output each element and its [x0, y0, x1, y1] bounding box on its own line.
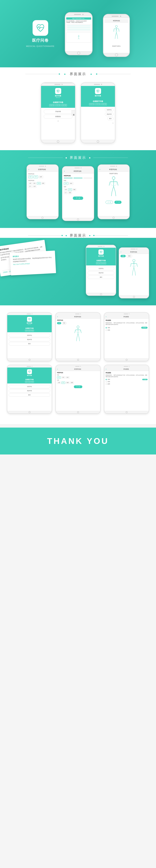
gp5-st1[interactable]: 头痛 — [57, 381, 61, 384]
tag-dept-3[interactable]: 妇科 — [39, 176, 43, 178]
gp5-st3[interactable]: 咳嗽 — [66, 381, 70, 384]
tag-inner: 内科问卷 — [49, 104, 55, 106]
screen-a-banner: 在线医疗问卷 内科问卷 外科问卷 妇科问卷 — [41, 100, 75, 108]
ts2-tab-front[interactable]: 正面 — [120, 255, 126, 257]
ts1-mi1[interactable]: 症状评估 — [87, 267, 114, 270]
ts2-tab-back[interactable]: 背面 — [126, 255, 132, 257]
tp1-back[interactable]: ✕ — [28, 169, 30, 170]
tp3-back[interactable]: ✕ — [99, 169, 101, 170]
gp5-cam — [80, 366, 81, 367]
screen2-instruction: 请选择不适部位 — [104, 43, 128, 48]
tp2-tag-1[interactable]: 内科 — [64, 182, 68, 185]
phone-screen-2: 科室评估站 请选择不适部位 — [104, 18, 129, 53]
tp2-next-btn[interactable]: 下一步 — [73, 196, 83, 200]
ts1-body: 症状评估 就诊科室 建议 — [86, 266, 116, 280]
gp6-sp — [124, 366, 128, 367]
tp3-next-btn[interactable]: 下一步 — [114, 201, 121, 204]
gp6-appoint[interactable]: 立即预约 — [142, 379, 148, 380]
menu-item-1[interactable]: 开始问卷 — [44, 110, 73, 114]
tp2-top — [63, 166, 94, 169]
gp6-back[interactable]: ✕ — [106, 369, 107, 370]
gp4-t1: 内科 — [25, 381, 28, 383]
sym-tag-4[interactable]: 腹痛 — [41, 182, 45, 185]
gp5-dt1[interactable]: 内科 — [57, 376, 61, 379]
tp2-sym3[interactable]: 咳嗽 — [73, 188, 76, 191]
tag-dept-1[interactable]: 内科 — [28, 176, 33, 178]
gp6-r1: 内科 立即预约 — [106, 379, 148, 380]
ts2-back-icon[interactable]: ✕ — [120, 251, 121, 253]
gp1-cam — [32, 313, 32, 314]
menu-item-2[interactable]: 查看报告 — [44, 115, 73, 119]
screen-b-header: 医疗问卷 — [81, 86, 115, 99]
gp2-sp — [75, 314, 80, 314]
tp3-prev-btn[interactable]: 上一步 — [106, 201, 113, 204]
sym-tag-6[interactable]: 头晕 — [33, 185, 36, 188]
gp6-r2c[interactable] — [106, 381, 107, 382]
gp5-next[interactable]: 下一步 — [74, 385, 82, 388]
sb-speaker — [94, 84, 100, 85]
gp5-st2[interactable]: 发热 — [62, 381, 65, 384]
gp6-r1c[interactable] — [106, 379, 107, 380]
gp1-item2[interactable]: 就诊科室 — [9, 338, 50, 341]
tag-dept-2[interactable]: 外科 — [34, 176, 38, 178]
gp4-m2[interactable]: 就诊科室 — [9, 389, 50, 393]
gp5-back[interactable]: ✕ — [57, 369, 58, 370]
rb-item1[interactable]: 症状评估 — [105, 108, 114, 112]
gp1-item3[interactable]: 建议 — [9, 342, 50, 345]
gp3-back[interactable]: ✕ — [106, 316, 107, 317]
ts1-screen: 医疗问卷 在线医疗问卷 内科 外科 妇科 症状评估 就诊科室 建议 — [86, 248, 116, 293]
grid-phone-2: ✕ 科室评估站 科室评估站 正面 背面 — [55, 312, 101, 361]
gp2-tab1[interactable]: 正面 — [57, 322, 61, 324]
ts1-appname: 医疗问卷 — [87, 255, 115, 257]
tp2-screen: ✕ 科室评估站 科室评估站 科室 内科 外科 — [63, 169, 94, 218]
rb-item2[interactable]: 就诊科室 — [105, 113, 114, 116]
tp2-sym1[interactable]: 头痛 — [64, 188, 68, 191]
gp2-back[interactable]: ✕ — [57, 316, 58, 317]
grid-section: 医疗问卷 MEDICAL 在线医疗问卷 内科 外科 妇科 症状评估 就诊科室 建… — [0, 305, 156, 421]
tp2-back[interactable]: ✕ — [64, 170, 65, 172]
gp2-tabs: 正面 背面 — [57, 322, 99, 324]
svg-line-44 — [76, 338, 77, 341]
tp1-dept-tags: 内科 外科 妇科 — [28, 176, 57, 178]
screen-a-menu: 开始问卷 查看报告 ≡ — [41, 108, 75, 125]
gp3-radio-2-circle[interactable] — [106, 330, 107, 331]
section-title-2: 界面展示 — [70, 233, 86, 238]
gp5-dt2[interactable]: 外科 — [62, 376, 65, 379]
teal-phone-3: ✕ 科室评估站 请选择不适部位 — [98, 164, 130, 219]
pre-thankyou-spacer — [0, 421, 156, 424]
sym-tag-2[interactable]: 发热 — [33, 182, 36, 185]
ts1-mi2[interactable]: 就诊科室 — [87, 271, 114, 275]
rb-item3[interactable]: 建议 — [107, 117, 114, 120]
tp2-tag-2[interactable]: 外科 — [69, 182, 73, 185]
gp4-m3[interactable]: 建议 — [9, 393, 50, 397]
gp1-name-en: MEDICAL — [8, 324, 51, 325]
teal2-phones: 医疗问卷 在线医疗问卷 内科 外科 妇科 症状评估 就诊科室 建议 — [7, 245, 149, 299]
gp3-submit-btn[interactable]: 立即预约 — [141, 327, 148, 329]
svg-point-26 — [132, 259, 135, 262]
heart-ecg-icon — [35, 23, 46, 33]
gp5-st4[interactable]: 腹痛 — [70, 381, 74, 384]
tp2-title: 科室评估站 — [74, 170, 81, 173]
gp4-m1[interactable]: 症状评估 — [9, 385, 50, 389]
gp5-sp — [75, 366, 80, 367]
sym-tag-1[interactable]: 头痛 — [28, 182, 32, 185]
tp3-title: 科室评估站 — [109, 168, 117, 170]
gp2-figure — [57, 326, 99, 343]
gp3-radio-2: 外科 — [106, 329, 148, 331]
ts1-mi3[interactable]: 建议 — [87, 276, 114, 279]
ts1-cam — [104, 246, 104, 247]
sym-tag-5[interactable]: 乏力 — [28, 185, 32, 188]
gp3-screen: ✕ 评估报告 评估报告 根据您的情况，一般可以考虑就诊如下专科：您可以去内科就诊… — [104, 315, 149, 359]
gp3-radio-1-circle[interactable] — [106, 327, 107, 329]
gp1-item1[interactable]: 症状评估 — [9, 334, 50, 337]
gp2-tab2[interactable]: 背面 — [62, 322, 66, 324]
gp4-sp — [27, 366, 31, 367]
screen2-title-bar: 科室评估站 — [104, 19, 128, 23]
tp2-sym5[interactable]: 腹痛 — [68, 191, 72, 194]
tp2-sym2[interactable]: 发热 — [68, 188, 72, 191]
gp5-dt3[interactable]: 妇科 — [66, 376, 70, 379]
tp2-sym4[interactable]: 乏力 — [64, 191, 68, 194]
gp6-bot — [104, 411, 149, 413]
gp6-r3c[interactable] — [106, 383, 107, 385]
sym-tag-3[interactable]: 咳嗽 — [37, 182, 41, 185]
